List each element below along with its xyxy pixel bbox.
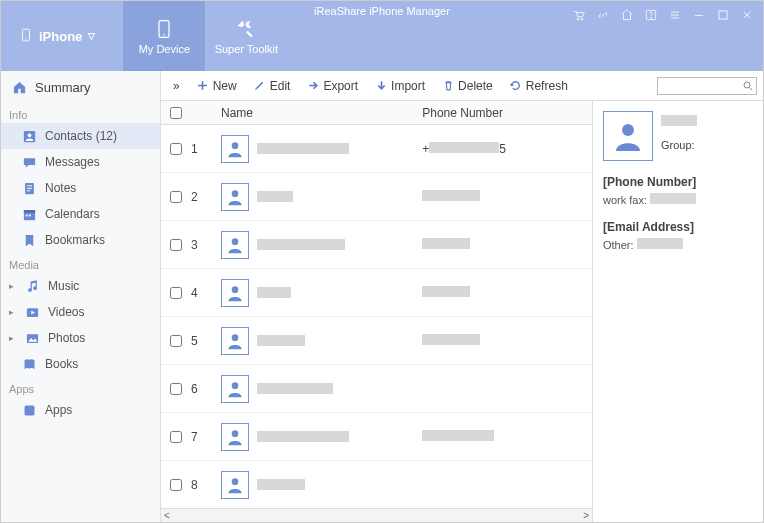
device-icon xyxy=(154,17,174,41)
sidebar-item-contacts[interactable]: Contacts (12) xyxy=(1,123,160,149)
search-icon xyxy=(742,80,754,92)
table-row[interactable]: 5 xyxy=(161,317,592,365)
sidebar-item-label: Music xyxy=(48,279,79,293)
table-row[interactable]: 3 xyxy=(161,221,592,269)
refresh-icon xyxy=(509,79,523,93)
device-selector[interactable]: iPhone ▽ xyxy=(1,1,113,71)
expand-button[interactable]: » xyxy=(167,77,186,95)
horizontal-scrollbar[interactable]: < > xyxy=(161,508,592,522)
scroll-right-icon[interactable]: > xyxy=(583,510,589,521)
svg-point-21 xyxy=(744,82,750,88)
books-icon xyxy=(21,356,37,372)
avatar xyxy=(221,183,249,211)
row-checkbox[interactable] xyxy=(170,335,182,347)
help-icon[interactable] xyxy=(643,7,659,23)
row-index: 1 xyxy=(191,142,217,156)
row-checkbox[interactable] xyxy=(170,143,182,155)
row-index: 6 xyxy=(191,382,217,396)
sidebar-item-label: Notes xyxy=(45,181,76,195)
delete-button[interactable]: Delete xyxy=(435,77,499,95)
close-button[interactable] xyxy=(739,7,755,23)
phone-label: work fax: xyxy=(603,194,647,206)
avatar xyxy=(221,375,249,403)
sidebar-summary[interactable]: Summary xyxy=(1,71,160,103)
table-row[interactable]: 8 xyxy=(161,461,592,508)
calendars-icon xyxy=(21,206,37,222)
summary-label: Summary xyxy=(35,80,91,95)
svg-point-19 xyxy=(651,17,652,18)
tab-super-toolkit[interactable]: Super Toolkit xyxy=(205,1,287,71)
sidebar-item-label: Videos xyxy=(48,305,84,319)
edit-button[interactable]: Edit xyxy=(247,77,297,95)
contact-phone xyxy=(416,286,592,300)
contact-details-pane: Group: [Phone Number] work fax: [Email A… xyxy=(593,101,763,522)
table-row[interactable]: 4 xyxy=(161,269,592,317)
bookmarks-icon xyxy=(21,232,37,248)
app-header: iReaShare iPhone Manager iPhone ▽ My Dev… xyxy=(1,1,763,71)
contact-phone xyxy=(416,190,592,204)
scroll-left-icon[interactable]: < xyxy=(164,510,170,521)
sidebar-item-books[interactable]: Books xyxy=(1,351,160,377)
maximize-button[interactable] xyxy=(715,7,731,23)
tab-my-device[interactable]: My Device xyxy=(123,1,205,71)
table-row[interactable]: 6 xyxy=(161,365,592,413)
table-row[interactable]: 1+5 xyxy=(161,125,592,173)
sidebar-item-label: Messages xyxy=(45,155,100,169)
row-checkbox[interactable] xyxy=(170,239,182,251)
contact-phone xyxy=(416,238,592,252)
phone-icon xyxy=(19,24,33,49)
new-button[interactable]: New xyxy=(190,77,243,95)
row-index: 2 xyxy=(191,190,217,204)
avatar xyxy=(221,327,249,355)
table-row[interactable]: 2 xyxy=(161,173,592,221)
email-label: Other: xyxy=(603,239,634,251)
column-phone[interactable]: Phone Number xyxy=(416,106,592,120)
select-all-checkbox[interactable] xyxy=(170,107,182,119)
import-button[interactable]: Import xyxy=(368,77,431,95)
dropdown-icon: ▽ xyxy=(88,31,95,41)
email-section-title: [Email Address] xyxy=(603,220,753,234)
row-index: 4 xyxy=(191,286,217,300)
main-panel: » New Edit Export Import Delete xyxy=(161,71,763,522)
sidebar-item-photos[interactable]: Photos xyxy=(1,325,160,351)
sidebar-item-bookmarks[interactable]: Bookmarks xyxy=(1,227,160,253)
row-checkbox[interactable] xyxy=(170,287,182,299)
sidebar-item-notes[interactable]: Notes xyxy=(1,175,160,201)
export-button[interactable]: Export xyxy=(300,77,364,95)
column-name[interactable]: Name xyxy=(217,106,416,120)
contact-phone xyxy=(416,430,592,444)
tab-label: My Device xyxy=(139,43,190,55)
sidebar: Summary Info Contacts (12)MessagesNotesC… xyxy=(1,71,161,522)
svg-point-17 xyxy=(581,18,583,20)
link-icon[interactable] xyxy=(595,7,611,23)
row-index: 7 xyxy=(191,430,217,444)
avatar xyxy=(221,423,249,451)
group-media-label: Media xyxy=(1,253,160,273)
sidebar-item-label: Books xyxy=(45,357,78,371)
tools-icon xyxy=(236,17,256,41)
avatar xyxy=(221,231,249,259)
row-checkbox[interactable] xyxy=(170,191,182,203)
contact-phone xyxy=(416,334,592,348)
contact-name xyxy=(257,335,305,346)
cart-icon[interactable] xyxy=(571,7,587,23)
row-checkbox[interactable] xyxy=(170,479,182,491)
window-controls xyxy=(571,7,755,23)
messages-icon xyxy=(21,154,37,170)
minimize-button[interactable] xyxy=(691,7,707,23)
sidebar-item-music[interactable]: Music xyxy=(1,273,160,299)
contacts-table: Name Phone Number 1+52345678 < > xyxy=(161,101,593,522)
refresh-button[interactable]: Refresh xyxy=(503,77,574,95)
contact-name xyxy=(257,287,291,298)
home-icon[interactable] xyxy=(619,7,635,23)
sidebar-item-videos[interactable]: Videos xyxy=(1,299,160,325)
row-checkbox[interactable] xyxy=(170,431,182,443)
table-row[interactable]: 7 xyxy=(161,413,592,461)
sidebar-item-calendars[interactable]: Calendars xyxy=(1,201,160,227)
device-label: iPhone xyxy=(39,29,82,44)
row-index: 8 xyxy=(191,478,217,492)
row-checkbox[interactable] xyxy=(170,383,182,395)
sidebar-item-messages[interactable]: Messages xyxy=(1,149,160,175)
sidebar-item-apps[interactable]: Apps xyxy=(1,397,160,423)
menu-icon[interactable] xyxy=(667,7,683,23)
